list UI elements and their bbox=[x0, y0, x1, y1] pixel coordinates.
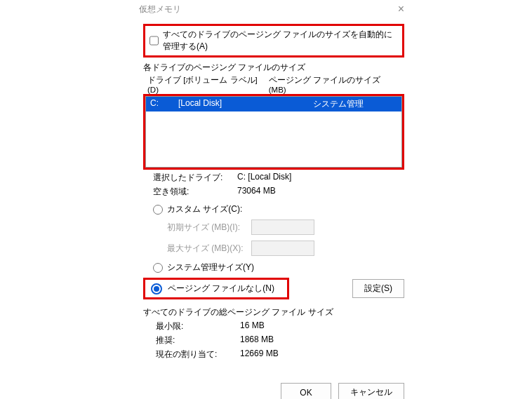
drive-list-headers: ドライブ [ボリューム ラベル](D) ページング ファイルのサイズ (MB) bbox=[143, 75, 404, 94]
max-size-label: 最大サイズ (MB)(X): bbox=[167, 243, 244, 255]
custom-size-radio-row: カスタム サイズ(C): bbox=[153, 203, 404, 215]
system-managed-radio-row: システム管理サイズ(Y) bbox=[153, 262, 404, 273]
drive-list-selected-row[interactable]: C: [Local Disk] システム管理 bbox=[146, 97, 401, 111]
dialog-title: 仮想メモリ bbox=[139, 4, 181, 15]
virtual-memory-dialog: 仮想メモリ × すべてのドライブのページング ファイルのサイズを自動的に管理する… bbox=[133, 0, 414, 399]
max-size-input bbox=[251, 241, 314, 256]
system-managed-label: システム管理サイズ(Y) bbox=[167, 262, 254, 273]
custom-size-inputs: 初期サイズ (MB)(I): 最大サイズ (MB)(X): bbox=[167, 219, 404, 256]
dialog-footer: OK キャンセル bbox=[133, 374, 414, 399]
no-paging-row: ページング ファイルなし(N) 設定(S) bbox=[143, 278, 404, 299]
cur-label: 現在の割り当て: bbox=[156, 349, 240, 360]
auto-manage-highlight: すべてのドライブのページング ファイルのサイズを自動的に管理する(A) bbox=[143, 24, 404, 58]
selected-drive-value: C: [Local Disk] bbox=[237, 172, 291, 184]
rec-value: 1868 MB bbox=[240, 334, 274, 346]
initial-size-label: 初期サイズ (MB)(I): bbox=[167, 222, 244, 234]
drive-letter: C: bbox=[150, 98, 178, 110]
close-icon[interactable]: × bbox=[394, 3, 408, 15]
per-drive-label: 各ドライブのページング ファイルのサイズ bbox=[143, 62, 404, 74]
auto-manage-checkbox[interactable] bbox=[149, 36, 159, 46]
no-paging-label: ページング ファイルなし(N) bbox=[168, 283, 274, 295]
selected-drive-row: 選択したドライブ: C: [Local Disk] bbox=[153, 172, 404, 184]
free-space-value: 73064 MB bbox=[237, 186, 276, 198]
drive-paging-size: システム管理 bbox=[313, 98, 397, 110]
selected-drive-label: 選択したドライブ: bbox=[153, 172, 237, 184]
cancel-button[interactable]: キャンセル bbox=[338, 383, 404, 399]
auto-manage-label: すべてのドライブのページング ファイルのサイズを自動的に管理する(A) bbox=[163, 29, 398, 53]
free-space-label: 空き領域: bbox=[153, 186, 237, 198]
initial-size-input bbox=[251, 219, 314, 235]
custom-size-radio[interactable] bbox=[153, 205, 163, 215]
totals-section: すべてのドライブの総ページング ファイル サイズ 最小限: 16 MB 推奨: … bbox=[143, 306, 404, 360]
free-space-row: 空き領域: 73064 MB bbox=[153, 186, 404, 198]
system-managed-radio[interactable] bbox=[153, 263, 163, 273]
totals-header: すべてのドライブの総ページング ファイル サイズ bbox=[143, 306, 404, 318]
title-bar: 仮想メモリ × bbox=[133, 0, 414, 18]
cur-value: 12669 MB bbox=[240, 349, 279, 360]
no-paging-highlight: ページング ファイルなし(N) bbox=[143, 278, 289, 299]
min-label: 最小限: bbox=[156, 320, 240, 332]
dialog-content: すべてのドライブのページング ファイルのサイズを自動的に管理する(A) 各ドライ… bbox=[133, 18, 414, 366]
min-value: 16 MB bbox=[240, 320, 265, 332]
set-button[interactable]: 設定(S) bbox=[352, 279, 404, 298]
no-paging-radio[interactable] bbox=[151, 283, 162, 295]
drive-list[interactable]: C: [Local Disk] システム管理 bbox=[145, 96, 402, 168]
rec-label: 推奨: bbox=[156, 334, 240, 346]
drive-list-highlight: C: [Local Disk] システム管理 bbox=[143, 94, 404, 170]
ok-button[interactable]: OK bbox=[281, 383, 331, 399]
drive-volume-label: [Local Disk] bbox=[178, 98, 313, 110]
col-size-header: ページング ファイルのサイズ (MB) bbox=[269, 75, 400, 94]
custom-size-label: カスタム サイズ(C): bbox=[167, 203, 242, 215]
col-drive-header: ドライブ [ボリューム ラベル](D) bbox=[147, 75, 269, 94]
